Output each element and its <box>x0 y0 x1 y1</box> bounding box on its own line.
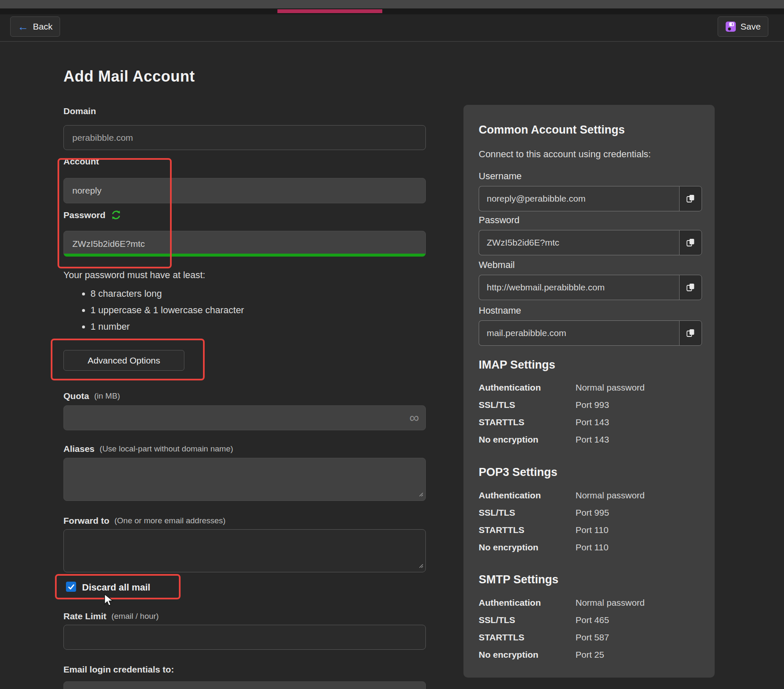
panel-title: Common Account Settings <box>479 123 625 137</box>
password-generate-refresh-icon[interactable] <box>110 209 122 221</box>
aliases-label: Aliases (Use local-part without domain n… <box>63 444 233 454</box>
password-input[interactable] <box>63 231 426 257</box>
email-credentials-input[interactable] <box>63 681 426 689</box>
top-scrollbar-track <box>0 0 784 8</box>
page-title: Add Mail Account <box>63 68 195 85</box>
password-rule-item: 8 characters long <box>90 288 244 299</box>
password-rule-item: 1 number <box>90 321 244 332</box>
resize-grip-icon[interactable] <box>418 491 424 499</box>
back-button[interactable]: ← Back <box>10 16 60 37</box>
mouse-cursor <box>103 593 116 609</box>
account-input[interactable] <box>63 178 426 203</box>
copy-password-button[interactable] <box>679 230 702 255</box>
smtp-row-label: SSL/TLS <box>479 615 570 625</box>
pop3-row-value: Port 110 <box>576 542 609 552</box>
forward-to-hint: (One or more email addresses) <box>115 516 226 525</box>
infinity-icon: ∞ <box>409 410 419 425</box>
imap-row-label: Authentication <box>479 383 570 393</box>
pop3-row-label: STARTTLS <box>479 525 570 535</box>
username-value-input[interactable] <box>479 186 679 211</box>
quota-label: Quota (in MB) <box>63 391 120 401</box>
copy-icon <box>686 238 695 248</box>
account-label: Account <box>63 156 99 167</box>
back-button-label: Back <box>33 22 53 32</box>
smtp-row-label: Authentication <box>479 598 570 608</box>
forward-to-label: Forward to (One or more email addresses) <box>63 516 225 526</box>
imap-row-value: Port 143 <box>576 435 609 445</box>
smtp-row-label: STARTTLS <box>479 632 570 643</box>
smtp-settings-title: SMTP Settings <box>479 573 559 586</box>
rate-limit-input[interactable] <box>63 625 426 650</box>
pop3-row-value: Port 110 <box>576 525 609 535</box>
hostname-field-group <box>479 320 702 346</box>
discard-all-mail-label: Discard all mail <box>82 582 150 593</box>
webmail-label: Webmail <box>479 260 515 271</box>
panel-password-value-input[interactable] <box>479 230 679 255</box>
pop3-row-label: No encryption <box>479 542 570 552</box>
resize-grip-icon[interactable] <box>418 563 424 570</box>
pop3-settings-title: POP3 Settings <box>479 466 557 479</box>
aliases-field-wrap <box>63 458 426 501</box>
imap-row-value: Normal password <box>576 383 644 393</box>
aliases-hint: (Use local-part without domain name) <box>100 444 233 454</box>
password-rules-intro: Your password must have at least: <box>63 270 205 281</box>
password-label: Password <box>63 209 122 221</box>
imap-row-label: No encryption <box>479 435 570 445</box>
hostname-label: Hostname <box>479 305 521 316</box>
back-arrow-icon: ← <box>18 21 29 32</box>
imap-row-value: Port 993 <box>576 400 609 410</box>
copy-username-button[interactable] <box>679 186 702 211</box>
smtp-row-value: Normal password <box>576 598 644 608</box>
smtp-row-value: Port 465 <box>576 615 609 625</box>
quota-field-wrap: ∞ <box>63 405 426 430</box>
domain-input[interactable] <box>63 125 426 150</box>
forward-to-textarea[interactable] <box>63 529 426 572</box>
top-strip <box>0 8 784 14</box>
forward-field-wrap <box>63 529 426 572</box>
username-field-group <box>479 186 702 211</box>
email-credentials-label: Email login credentials to: <box>63 664 174 675</box>
panel-subtitle: Connect to this account using credential… <box>479 149 651 160</box>
common-account-settings-panel: Common Account Settings Connect to this … <box>463 105 715 678</box>
advanced-options-button[interactable]: Advanced Options <box>63 350 184 371</box>
imap-row-value: Port 143 <box>576 417 609 427</box>
pop3-row-label: Authentication <box>479 490 570 500</box>
imap-row-label: SSL/TLS <box>479 400 570 410</box>
password-rule-item: 1 uppercase & 1 lowercase character <box>90 305 244 316</box>
domain-label: Domain <box>63 106 96 116</box>
panel-password-field-group <box>479 230 702 255</box>
copy-icon <box>686 328 695 338</box>
copy-icon <box>686 194 695 204</box>
top-scroll-indicator[interactable] <box>277 9 382 13</box>
save-button[interactable]: Save <box>718 16 768 37</box>
rate-limit-hint: (email / hour) <box>112 612 159 621</box>
rate-limit-label: Rate Limit (email / hour) <box>63 611 159 621</box>
quota-input[interactable] <box>63 405 426 430</box>
imap-settings-title: IMAP Settings <box>479 358 555 372</box>
copy-icon <box>686 282 695 293</box>
smtp-row-label: No encryption <box>479 650 570 660</box>
webmail-field-group <box>479 275 702 300</box>
discard-all-mail-checkbox[interactable] <box>66 582 76 592</box>
quota-hint: (in MB) <box>94 391 120 401</box>
copy-hostname-button[interactable] <box>679 320 702 346</box>
copy-webmail-button[interactable] <box>679 275 702 300</box>
panel-password-label: Password <box>479 215 520 226</box>
password-field-wrap <box>63 231 426 257</box>
pop3-row-value: Normal password <box>576 490 644 500</box>
smtp-row-value: Port 587 <box>576 632 609 643</box>
aliases-textarea[interactable] <box>63 458 426 501</box>
password-strength-bar <box>64 254 425 257</box>
save-button-label: Save <box>740 22 761 32</box>
pop3-row-value: Port 995 <box>576 508 609 518</box>
password-rules-list: 8 characters long 1 uppercase & 1 lowerc… <box>80 288 244 338</box>
pop3-row-label: SSL/TLS <box>479 508 570 518</box>
toolbar: ← Back Save <box>0 14 784 42</box>
smtp-row-value: Port 25 <box>576 650 604 660</box>
imap-row-label: STARTTLS <box>479 417 570 427</box>
webmail-value-input[interactable] <box>479 275 679 300</box>
hostname-value-input[interactable] <box>479 320 679 346</box>
checkmark-icon <box>68 583 75 591</box>
save-floppy-icon <box>725 21 736 32</box>
username-label: Username <box>479 171 521 182</box>
